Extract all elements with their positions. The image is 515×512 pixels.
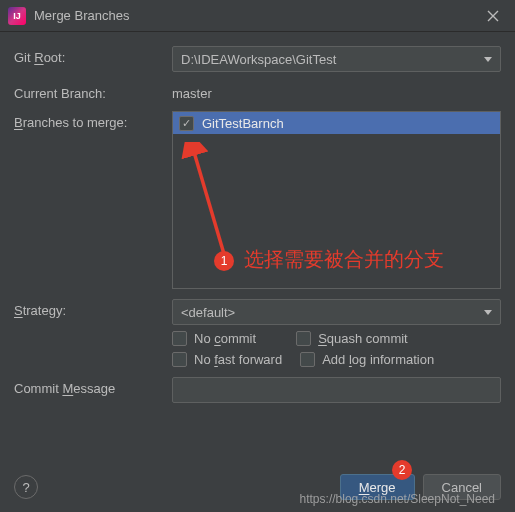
list-item[interactable]: GitTestBarnch (173, 112, 500, 134)
checkbox-icon (172, 352, 187, 367)
chevron-down-icon (484, 57, 492, 62)
commit-message-label: Commit Message (14, 377, 172, 396)
checkbox-icon (300, 352, 315, 367)
strategy-value: <default> (181, 305, 235, 320)
branches-to-merge-label: Branches to merge: (14, 111, 172, 130)
branch-checkbox[interactable] (179, 116, 194, 131)
help-button[interactable]: ? (14, 475, 38, 499)
git-root-value: D:\IDEAWorkspace\GitTest (181, 52, 336, 67)
no-fast-forward-option[interactable]: No fast forward (172, 352, 282, 367)
git-root-dropdown[interactable]: D:\IDEAWorkspace\GitTest (172, 46, 501, 72)
chevron-down-icon (484, 310, 492, 315)
current-branch-value: master (172, 86, 212, 101)
app-icon: IJ (8, 7, 26, 25)
title-bar: IJ Merge Branches (0, 0, 515, 32)
no-commit-option[interactable]: No commit (172, 331, 256, 346)
annotation-text: 选择需要被合并的分支 (244, 246, 444, 273)
commit-message-input[interactable] (172, 377, 501, 403)
current-branch-label: Current Branch: (14, 82, 172, 101)
branch-name: GitTestBarnch (202, 116, 284, 131)
close-icon[interactable] (479, 2, 507, 30)
strategy-label: Strategy: (14, 299, 172, 318)
watermark: https://blog.csdn.net/SleepNot_Need (300, 492, 495, 506)
checkbox-icon (296, 331, 311, 346)
annotation-badge-2: 2 (392, 460, 412, 480)
strategy-dropdown[interactable]: <default> (172, 299, 501, 325)
git-root-label: Git Root: (14, 46, 172, 65)
annotation-badge-1: 1 (214, 251, 234, 271)
squash-commit-option[interactable]: Squash commit (296, 331, 408, 346)
window-title: Merge Branches (34, 8, 479, 23)
checkbox-icon (172, 331, 187, 346)
add-log-info-option[interactable]: Add log information (300, 352, 434, 367)
